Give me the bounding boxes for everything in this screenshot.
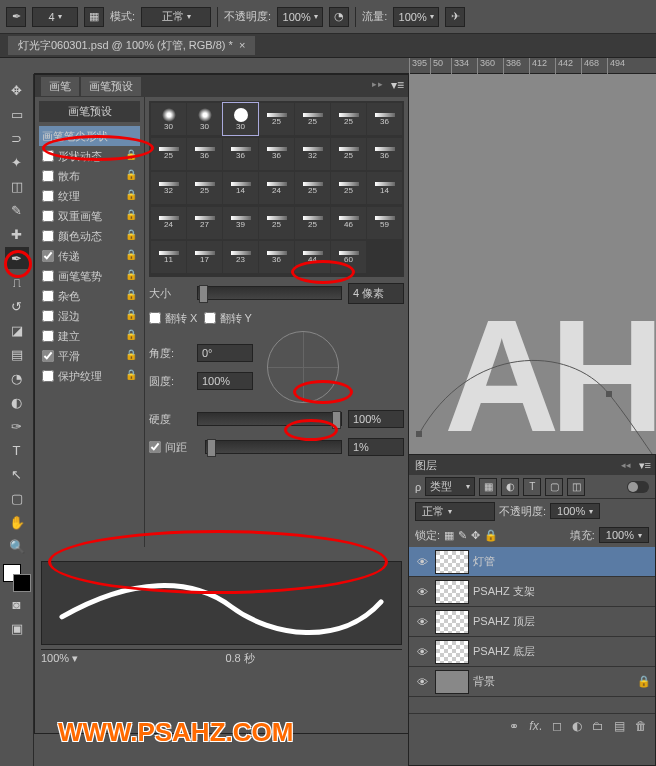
brush-tip-cell[interactable]: 36: [259, 138, 294, 170]
blur-tool[interactable]: ◔: [5, 367, 29, 389]
lock-icon[interactable]: 🔒: [125, 189, 137, 200]
zoom-value[interactable]: 100% ▾: [41, 652, 78, 665]
group-icon[interactable]: 🗀: [592, 719, 604, 733]
layer-opacity-dropdown[interactable]: 100%: [550, 503, 600, 519]
filter-toggle[interactable]: [627, 481, 649, 493]
type-tool[interactable]: T: [5, 439, 29, 461]
fill-adj-icon[interactable]: ◐: [572, 719, 582, 733]
section-checkbox[interactable]: [42, 190, 54, 202]
brush-tip-cell[interactable]: 39: [223, 207, 258, 239]
eye-icon[interactable]: 👁: [413, 556, 431, 568]
section-checkbox[interactable]: [42, 290, 54, 302]
eye-icon[interactable]: 👁: [413, 676, 431, 688]
dodge-tool[interactable]: ◐: [5, 391, 29, 413]
layer-row[interactable]: 👁PSAHZ 顶层: [409, 607, 655, 637]
path-select-tool[interactable]: ↖: [5, 463, 29, 485]
brush-tip-cell[interactable]: 30: [187, 103, 222, 135]
stamp-tool[interactable]: ⎍: [5, 271, 29, 293]
lock-icon[interactable]: 🔒: [125, 209, 137, 220]
section-checkbox[interactable]: [42, 310, 54, 322]
layer-thumb[interactable]: [435, 580, 469, 604]
brush-tip-cell[interactable]: 59: [367, 207, 402, 239]
section-checkbox[interactable]: [42, 270, 54, 282]
flow-dropdown[interactable]: 100%: [393, 7, 439, 27]
collapse-icon[interactable]: ▸▸: [372, 79, 384, 89]
link-icon[interactable]: ⚭: [509, 719, 519, 733]
toggle-panel-icon[interactable]: ▦: [84, 7, 104, 27]
brush-tip-cell[interactable]: 25: [187, 172, 222, 204]
move-tool[interactable]: ✥: [5, 79, 29, 101]
lock-all-icon[interactable]: 🔒: [484, 529, 498, 542]
marquee-tool[interactable]: ▭: [5, 103, 29, 125]
lock-icon[interactable]: 🔒: [125, 249, 137, 260]
layer-row[interactable]: 👁背景🔒: [409, 667, 655, 697]
wand-tool[interactable]: ✦: [5, 151, 29, 173]
section-checkbox[interactable]: [42, 350, 54, 362]
gradient-tool[interactable]: ▤: [5, 343, 29, 365]
eye-icon[interactable]: 👁: [413, 646, 431, 658]
brush-tip-cell[interactable]: 44: [295, 241, 330, 273]
eraser-tool[interactable]: ◪: [5, 319, 29, 341]
brush-section-item[interactable]: 纹理🔒: [39, 186, 140, 206]
filter-type-icon[interactable]: T: [523, 478, 541, 496]
section-checkbox[interactable]: [42, 150, 54, 162]
brush-section-item[interactable]: 建立🔒: [39, 326, 140, 346]
lock-icon[interactable]: 🔒: [125, 369, 137, 380]
brush-tip-cell[interactable]: 17: [187, 241, 222, 273]
lock-icon[interactable]: 🔒: [125, 309, 137, 320]
brush-tip-cell[interactable]: 36: [367, 103, 402, 135]
spacing-value[interactable]: 1%: [348, 438, 404, 456]
brush-tip-cell[interactable]: 24: [151, 207, 186, 239]
lock-icon[interactable]: 🔒: [125, 169, 137, 180]
opacity-dropdown[interactable]: 100%: [277, 7, 323, 27]
new-layer-icon[interactable]: ▤: [614, 719, 625, 733]
brush-tip-cell[interactable]: 25: [259, 103, 294, 135]
brush-tip-cell[interactable]: 25: [259, 207, 294, 239]
lasso-tool[interactable]: ⊃: [5, 127, 29, 149]
collapse-icon[interactable]: ◂◂: [621, 460, 631, 470]
filter-pixel-icon[interactable]: ▦: [479, 478, 497, 496]
brush-tip-cell[interactable]: 23: [223, 241, 258, 273]
trash-icon[interactable]: 🗑: [635, 719, 647, 733]
brush-section-item[interactable]: 湿边🔒: [39, 306, 140, 326]
size-value[interactable]: 4 像素: [348, 283, 404, 304]
layer-thumb[interactable]: [435, 670, 469, 694]
brush-section-item[interactable]: 画笔笔尖形状: [39, 126, 140, 146]
brush-tip-cell[interactable]: 25: [151, 138, 186, 170]
brush-tip-cell[interactable]: 27: [187, 207, 222, 239]
heal-tool[interactable]: ✚: [5, 223, 29, 245]
panel-menu-icon[interactable]: ▾≡: [639, 459, 651, 472]
brush-tip-cell[interactable]: 46: [331, 207, 366, 239]
layer-thumb[interactable]: [435, 640, 469, 664]
roundness-value[interactable]: 100%: [197, 372, 253, 390]
brush-tip-cell[interactable]: 36: [223, 138, 258, 170]
eye-icon[interactable]: 👁: [413, 586, 431, 598]
brush-section-item[interactable]: 颜色动态🔒: [39, 226, 140, 246]
lock-icon[interactable]: 🔒: [125, 229, 137, 240]
section-checkbox[interactable]: [42, 250, 54, 262]
brush-tip-cell[interactable]: 36: [187, 138, 222, 170]
lock-icon[interactable]: 🔒: [125, 149, 137, 160]
brush-section-item[interactable]: 平滑🔒: [39, 346, 140, 366]
brush-section-item[interactable]: 传递🔒: [39, 246, 140, 266]
blend-mode-dropdown[interactable]: 正常: [141, 7, 211, 27]
lock-icon[interactable]: 🔒: [125, 289, 137, 300]
hardness-value[interactable]: 100%: [348, 410, 404, 428]
lock-icon[interactable]: 🔒: [125, 349, 137, 360]
crop-tool[interactable]: ◫: [5, 175, 29, 197]
brush-tool[interactable]: ✒: [5, 247, 29, 269]
filter-smart-icon[interactable]: ◫: [567, 478, 585, 496]
brush-tip-cell[interactable]: 24: [259, 172, 294, 204]
brush-preset-dropdown[interactable]: 4: [32, 7, 78, 27]
eyedropper-tool[interactable]: ✎: [5, 199, 29, 221]
flip-y-checkbox[interactable]: [204, 312, 216, 324]
brush-tip-cell[interactable]: 25: [331, 103, 366, 135]
angle-value[interactable]: 0°: [197, 344, 253, 362]
pen-tool[interactable]: ✑: [5, 415, 29, 437]
screenmode-icon[interactable]: ▣: [5, 617, 29, 639]
brush-section-item[interactable]: 形状动态🔒: [39, 146, 140, 166]
layer-thumb[interactable]: [435, 550, 469, 574]
hand-tool[interactable]: ✋: [5, 511, 29, 533]
layer-row[interactable]: 👁PSAHZ 支架: [409, 577, 655, 607]
pressure-opacity-icon[interactable]: ◔: [329, 7, 349, 27]
